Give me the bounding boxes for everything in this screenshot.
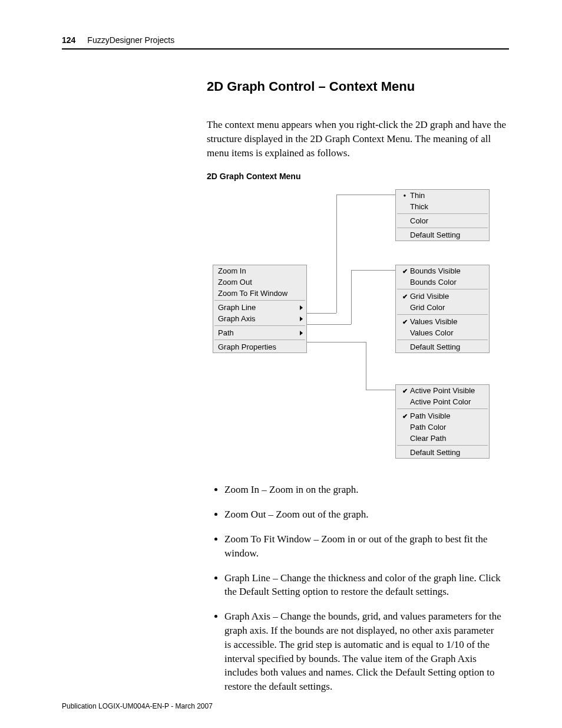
- page-number: 124: [62, 35, 75, 45]
- connector-line: [336, 195, 337, 313]
- submenu-line-default[interactable]: Default Setting: [396, 229, 489, 241]
- submenu-path-activepoint-color[interactable]: Active Point Color: [396, 396, 489, 407]
- checkmark-icon: [401, 386, 409, 395]
- definitions-list: Zoom In – Zoom in on the graph. Zoom Out…: [207, 483, 509, 694]
- page-header: 124 FuzzyDesigner Projects: [62, 35, 509, 50]
- menu-graph-properties[interactable]: Graph Properties: [213, 341, 306, 353]
- intro-paragraph: The context menu appears when you right-…: [207, 118, 509, 160]
- connector-line: [351, 270, 395, 271]
- submenu-axis-bounds-color[interactable]: Bounds Color: [396, 276, 489, 288]
- submenu-axis-bounds-visible[interactable]: Bounds Visible: [396, 265, 489, 276]
- menu-path[interactable]: Path: [213, 327, 306, 338]
- connector-line: [366, 342, 366, 390]
- submenu-graph-axis[interactable]: Bounds Visible Bounds Color Grid Visible…: [395, 265, 490, 353]
- submenu-path-color[interactable]: Path Color: [396, 421, 489, 433]
- connector-line: [366, 390, 395, 390]
- connector-line: [336, 195, 395, 195]
- connector-line: [307, 342, 366, 342]
- radio-dot-icon: [401, 191, 409, 200]
- def-graph-axis: Graph Axis – Change the bounds, grid, an…: [224, 610, 509, 694]
- def-zoom-in: Zoom In – Zoom in on the graph.: [224, 483, 509, 497]
- def-zoom-out: Zoom Out – Zoom out of the graph.: [224, 508, 509, 522]
- submenu-axis-values-color[interactable]: Values Color: [396, 327, 489, 338]
- submenu-path-visible[interactable]: Path Visible: [396, 410, 489, 421]
- context-menu-diagram: Zoom In Zoom Out Zoom To Fit Window Grap…: [207, 189, 509, 478]
- submenu-path-activepoint-visible[interactable]: Active Point Visible: [396, 385, 489, 396]
- menu-zoom-out[interactable]: Zoom Out: [213, 276, 306, 288]
- submenu-line-color[interactable]: Color: [396, 215, 489, 226]
- submenu-path[interactable]: Active Point Visible Active Point Color …: [395, 384, 490, 459]
- submenu-path-default[interactable]: Default Setting: [396, 447, 489, 458]
- section-heading: 2D Graph Control – Context Menu: [207, 79, 509, 94]
- submenu-axis-default[interactable]: Default Setting: [396, 341, 489, 353]
- submenu-line-thin[interactable]: Thin: [396, 190, 489, 201]
- menu-graph-line[interactable]: Graph Line: [213, 302, 306, 313]
- checkmark-icon: [401, 266, 409, 275]
- submenu-axis-grid-color[interactable]: Grid Color: [396, 302, 489, 313]
- connector-line: [351, 270, 352, 324]
- submenu-line-thick[interactable]: Thick: [396, 201, 489, 212]
- connector-line: [307, 324, 351, 325]
- footer-publication: Publication LOGIX-UM004A-EN-P - March 20…: [62, 702, 213, 710]
- submenu-axis-values-visible[interactable]: Values Visible: [396, 316, 489, 327]
- submenu-graph-line[interactable]: Thin Thick Color Default Setting: [395, 189, 490, 241]
- def-zoom-fit: Zoom To Fit Window – Zoom in or out of t…: [224, 532, 509, 561]
- figure-caption: 2D Graph Context Menu: [207, 172, 509, 181]
- connector-line: [307, 313, 336, 314]
- checkmark-icon: [401, 292, 409, 301]
- submenu-axis-grid-visible[interactable]: Grid Visible: [396, 291, 489, 302]
- header-title: FuzzyDesigner Projects: [87, 35, 174, 45]
- submenu-path-clear[interactable]: Clear Path: [396, 433, 489, 444]
- menu-zoom-fit[interactable]: Zoom To Fit Window: [213, 288, 306, 299]
- main-context-menu[interactable]: Zoom In Zoom Out Zoom To Fit Window Grap…: [213, 265, 307, 353]
- menu-graph-axis[interactable]: Graph Axis: [213, 313, 306, 324]
- menu-zoom-in[interactable]: Zoom In: [213, 265, 306, 276]
- def-graph-line: Graph Line – Change the thickness and co…: [224, 571, 509, 599]
- checkmark-icon: [401, 411, 409, 420]
- checkmark-icon: [401, 317, 409, 326]
